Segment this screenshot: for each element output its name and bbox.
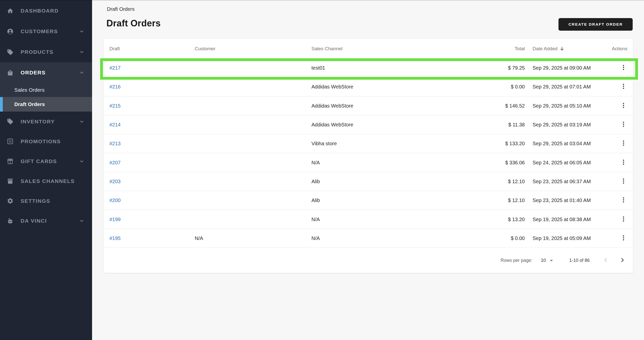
sidebar: DASHBOARDCUSTOMERSPRODUCTSORDERSSales Or… [0,0,92,340]
draft-order-link[interactable]: #216 [109,84,121,89]
row-actions-button[interactable] [618,158,628,168]
column-header-total: Total [515,46,525,52]
sidebar-item-label: SETTINGS [21,198,85,204]
kebab-menu-icon [620,83,627,90]
actions-cell [618,63,628,73]
chevron-right-icon [619,257,626,264]
next-page-button[interactable] [617,255,628,266]
sidebar-item-settings[interactable]: SETTINGS [0,191,92,211]
actions-cell [618,82,628,92]
draft-cell: #215 [109,103,121,109]
row-actions-button[interactable] [618,195,628,205]
sidebar-item-dashboard[interactable]: DASHBOARD [0,1,92,21]
draft-order-link[interactable]: #215 [109,103,121,108]
draft-order-link[interactable]: #200 [109,198,121,203]
row-actions-button[interactable] [618,176,628,186]
sidebar-item-label: SALES CHANNELS [21,178,85,184]
total-cell: $ 133.20 [505,141,525,147]
table-row: #216Addidas WebStore$ 0.00Sep 29, 2025 a… [104,77,633,96]
total-cell: $ 11.38 [508,122,525,128]
create-draft-order-button[interactable]: CREATE DRAFT ORDER [558,18,633,31]
rows-per-page-select[interactable]: 10 [541,258,554,263]
column-header-date-added[interactable]: Date Added [533,46,565,52]
sidebar-item-da-vinci[interactable]: DA VINCI [0,211,92,231]
kebab-menu-icon [620,102,627,110]
total-cell: $ 79.25 [508,65,525,71]
row-actions-button[interactable] [618,120,628,130]
sidebar-item-gift-cards[interactable]: GIFT CARDS [0,151,92,171]
date-added-cell: Sep 23, 2025 at 01:40 AM [533,198,591,203]
sidebar-item-customers[interactable]: CUSTOMERS [0,21,92,42]
robot-icon [7,217,14,224]
tag-icon [7,118,14,125]
draft-order-link[interactable]: #213 [109,141,121,146]
draft-cell: #214 [109,122,121,128]
actions-cell [618,233,628,243]
kebab-menu-icon [620,121,627,128]
actions-cell [618,138,628,149]
table-row: #195N/AN/A$ 0.00Sep 19, 2025 at 05:09 AM [104,229,633,248]
sidebar-item-sales-channels[interactable]: SALES CHANNELS [0,171,92,191]
sales-channel-cell: N/A [311,235,320,241]
date-added-cell: Sep 29, 2025 at 05:10 AM [533,103,591,109]
kebab-menu-icon [620,159,627,166]
kebab-menu-icon [620,216,627,223]
draft-cell: #216 [109,84,121,90]
total-cell: $ 13.20 [508,216,525,222]
actions-cell [618,176,628,186]
column-header-customer: Customer [195,46,215,52]
sales-channel-cell: Addidas WebStore [311,122,353,128]
total-cell: $ 12.10 [508,198,525,203]
gift-icon [7,158,14,165]
sidebar-item-label: PRODUCTS [21,49,79,55]
sidebar-item-orders[interactable]: ORDERS [0,62,92,83]
date-added-cell: Sep 29, 2025 at 07:01 AM [533,84,591,90]
draft-order-link[interactable]: #207 [109,160,121,165]
sidebar-item-label: CUSTOMERS [21,28,79,34]
page-title: Draft Orders [106,18,161,29]
table-row: #214Addidas WebStore$ 11.38Sep 29, 2025 … [104,115,633,134]
sidebar-item-label: DA VINCI [21,218,79,224]
draft-order-link[interactable]: #217 [109,65,121,71]
total-cell: $ 336.06 [505,160,525,165]
row-actions-button[interactable] [618,63,628,73]
person-icon [7,28,14,35]
draft-order-link[interactable]: #214 [109,122,121,127]
sidebar-item-draft-orders[interactable]: Draft Orders [0,97,92,112]
row-actions-button[interactable] [618,214,628,224]
row-actions-button[interactable] [618,138,628,149]
row-actions-button[interactable] [618,82,628,92]
column-header-date-added-label: Date Added [533,46,557,52]
column-header-draft: Draft [109,46,120,52]
date-added-cell: Sep 23, 2025 at 06:37 AM [533,178,591,184]
draft-order-link[interactable]: #203 [109,178,121,184]
sidebar-item-label: DASHBOARD [21,8,85,14]
chevron-down-icon [79,49,85,55]
chevron-down-icon [79,119,85,124]
draft-cell: #199 [109,216,121,222]
sidebar-item-inventory[interactable]: INVENTORY [0,112,92,131]
row-actions-button[interactable] [618,233,628,243]
sidebar-subitem-label: Draft Orders [14,102,45,107]
sidebar-item-sales-orders[interactable]: Sales Orders [0,83,92,97]
table-header-row: Draft Customer Sales Channel Total Date … [104,39,633,59]
total-cell: $ 0.00 [511,84,525,90]
draft-cell: #195 [109,235,121,241]
sales-channel-cell: N/A [311,160,320,165]
kebab-menu-icon [620,140,627,147]
percent-icon [7,138,14,145]
row-actions-button[interactable] [618,101,628,111]
draft-order-link[interactable]: #195 [109,235,121,241]
sales-channel-cell: Addidas WebStore [311,103,353,109]
total-cell: $ 0.00 [511,235,525,241]
table-row: #215Addidas WebStore$ 146.52Sep 29, 2025… [104,96,633,115]
date-added-cell: Sep 29, 2025 at 03:04 AM [533,141,591,147]
draft-order-link[interactable]: #199 [109,216,121,222]
chevron-up-icon [79,70,85,75]
sales-channel-cell: Addidas WebStore [311,84,353,90]
previous-page-button[interactable] [600,255,611,266]
total-cell: $ 146.52 [505,103,525,109]
sidebar-item-promotions[interactable]: PROMOTIONS [0,131,92,151]
breadcrumb[interactable]: Draft Orders [107,6,135,12]
sidebar-item-products[interactable]: PRODUCTS [0,42,92,62]
